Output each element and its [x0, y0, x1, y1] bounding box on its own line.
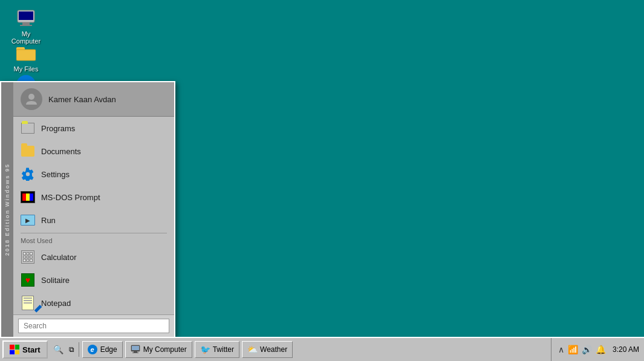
start-button[interactable]: Start	[2, 340, 48, 359]
notepad-label: Notepad	[41, 299, 71, 308]
sidebar-windows-text: Windows 95	[4, 163, 10, 207]
menu-item-run[interactable]: ▶ Run	[13, 209, 174, 232]
svg-point-7	[28, 94, 34, 100]
taskbar-btn-weather[interactable]: ⛅ Weather	[242, 341, 293, 358]
windows-logo	[10, 345, 19, 354]
calculator-icon	[21, 250, 35, 264]
svg-rect-3	[20, 25, 32, 26]
start-label: Start	[22, 345, 41, 354]
folder-icon	[16, 44, 36, 63]
user-avatar	[21, 88, 42, 110]
search-input[interactable]	[18, 319, 169, 333]
user-name: Kamer Kaan Avdan	[48, 95, 116, 104]
monitor-icon	[16, 8, 36, 28]
run-label: Run	[41, 216, 56, 225]
taskbar-btn-mycomputer[interactable]: My Computer	[125, 341, 192, 358]
taskbar-btn-twitter[interactable]: 🐦 Twitter	[195, 341, 239, 358]
programs-label: Programs	[41, 124, 75, 133]
desktop-icon-my-files[interactable]: My Files	[5, 41, 47, 75]
volume-icon[interactable]: 🔊	[582, 345, 592, 354]
monitor-taskbar-icon	[131, 345, 140, 354]
sidebar-edition-text: 2018 Edition	[4, 209, 10, 256]
msdos-icon	[21, 190, 35, 204]
svg-rect-11	[132, 353, 138, 353]
start-menu: 2018 Edition Windows 95 Kamer Kaan Avdan	[0, 81, 175, 337]
documents-label: Documents	[41, 147, 81, 156]
msdos-label: MS-DOS Prompt	[41, 193, 100, 202]
menu-item-msdos[interactable]: MS-DOS Prompt	[13, 186, 174, 209]
weather-taskbar-icon: ⛅	[247, 345, 257, 354]
most-used-label: Most Used	[13, 235, 174, 246]
menu-item-programs[interactable]: Programs	[13, 117, 174, 140]
chevron-up-icon[interactable]: ∧	[558, 345, 564, 354]
run-icon: ▶	[21, 213, 35, 227]
desktop: My Computer My Files e Edge 2018 Edition…	[0, 0, 644, 361]
taskbar-sep-1	[79, 342, 79, 357]
system-tray: ∧ 📶 🔊 🔔 3:20 AM	[551, 338, 644, 361]
edge-taskbar-icon: e	[88, 345, 97, 354]
settings-icon	[21, 167, 35, 181]
menu-item-documents[interactable]: Documents	[13, 140, 174, 163]
edge-tb-label: Edge	[100, 345, 117, 354]
taskbar: Start 🔍 ⧉ e Edge My Computer	[0, 337, 644, 361]
my-files-label: My Files	[14, 65, 39, 73]
menu-item-notepad[interactable]: Notepad	[13, 291, 174, 314]
notification-icon[interactable]: 🔔	[596, 345, 606, 354]
taskbar-taskview-icon[interactable]: ⧉	[69, 345, 74, 354]
twitter-tb-label: Twitter	[213, 345, 234, 354]
svg-rect-9	[132, 346, 139, 350]
start-menu-main: Kamer Kaan Avdan Programs Documents	[13, 82, 174, 337]
solitaire-icon: ♥	[21, 273, 35, 287]
menu-divider	[21, 233, 167, 233]
programs-icon	[21, 121, 35, 135]
svg-rect-1	[19, 11, 33, 20]
weather-tb-label: Weather	[260, 345, 287, 354]
tray-time: 3:20 AM	[613, 345, 639, 354]
settings-label: Settings	[41, 170, 70, 179]
calculator-label: Calculator	[41, 253, 77, 262]
search-container	[13, 314, 174, 337]
taskbar-btn-edge[interactable]: e Edge	[82, 341, 123, 358]
wifi-icon[interactable]: 📶	[568, 345, 578, 354]
start-menu-sidebar: 2018 Edition Windows 95	[1, 82, 13, 337]
solitaire-label: Solitaire	[41, 276, 70, 285]
start-menu-user: Kamer Kaan Avdan	[13, 82, 174, 117]
twitter-taskbar-icon: 🐦	[200, 345, 210, 354]
svg-rect-6	[16, 50, 36, 60]
menu-item-calculator[interactable]: Calculator	[13, 246, 174, 268]
menu-item-solitaire[interactable]: ♥ Solitaire	[13, 268, 174, 291]
documents-icon	[21, 144, 35, 158]
notepad-icon	[21, 296, 35, 310]
menu-item-settings[interactable]: Settings	[13, 163, 174, 186]
mycomputer-tb-label: My Computer	[143, 345, 187, 354]
svg-rect-10	[134, 351, 137, 353]
svg-rect-2	[22, 22, 30, 25]
taskbar-search-icon[interactable]: 🔍	[53, 345, 63, 354]
